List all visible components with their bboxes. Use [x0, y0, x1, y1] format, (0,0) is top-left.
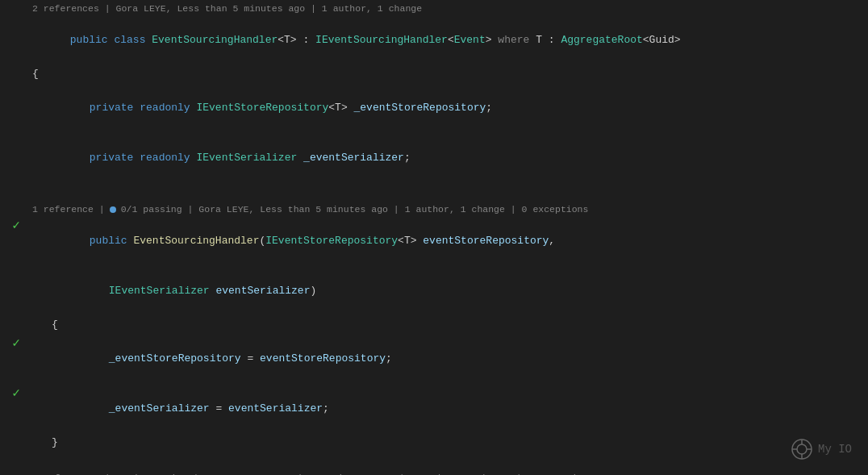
type-interface: IEventSourcingHandler — [315, 34, 448, 46]
constructor-line2: IEventSerializer eventSerializer) — [0, 266, 868, 316]
field-eventserializer: private readonly IEventSerializer _event… — [0, 133, 868, 183]
brand-label: My IO — [818, 443, 852, 456]
type-class-name: EventSourcingHandler — [152, 34, 278, 46]
punct-generic: <T> : — [278, 34, 315, 46]
brand-logo-icon — [791, 438, 813, 460]
class-declaration-line: public class EventSourcingHandler<T> : I… — [0, 15, 868, 65]
constructor-line1: ✓ public EventSourcingHandler(IEventStor… — [0, 216, 868, 266]
top-meta: 2 references | Gora LEYE, Less than 5 mi… — [0, 0, 868, 15]
gutter-class — [0, 15, 32, 16]
ctor-body-2: ✓ _eventSerializer = eventSerializer; — [0, 384, 868, 434]
open-brace-class: { — [0, 65, 868, 83]
code-editor: 2 references | Gora LEYE, Less than 5 mi… — [0, 0, 868, 475]
svg-point-1 — [797, 444, 807, 454]
constructor-meta: 1 reference | 0/1 passing | Gora LEYE, L… — [0, 201, 868, 216]
kw-public: public — [70, 34, 115, 46]
field-eventstore: private readonly IEventStoreRepository<T… — [0, 83, 868, 133]
blank-line-2 — [0, 452, 868, 469]
dot-icon-constructor — [110, 206, 116, 213]
class-declaration-code: public class EventSourcingHandler<T> : I… — [32, 15, 868, 65]
handle-meta: 7 references | 0/3 passing | Gora LEYE, … — [0, 469, 868, 475]
close-brace-ctor: } — [0, 434, 868, 452]
blank-line-1 — [0, 183, 868, 201]
ctor-body-1: ✓ _eventStoreRepository = eventStoreRepo… — [0, 334, 868, 384]
open-brace-ctor: { — [0, 316, 868, 334]
kw-class: class — [114, 34, 152, 46]
brand-watermark: My IO — [791, 438, 852, 460]
